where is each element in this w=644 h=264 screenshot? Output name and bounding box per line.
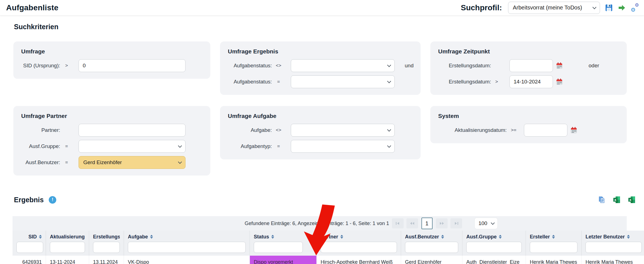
field-label: Partner: (21, 127, 60, 134)
column-label: Erstellungsdatum (93, 234, 120, 240)
apply-profile-icon[interactable] (618, 4, 626, 12)
sid-ursprung-field[interactable] (79, 59, 186, 72)
aktualisierungsdatum-field[interactable] (524, 124, 567, 137)
table-cell: Gerd Eizenhöfer (401, 256, 462, 264)
filter-status-input[interactable] (254, 242, 303, 253)
prev-page-button[interactable] (406, 218, 418, 228)
criteria-row: Aufgabenstatus:<>und (228, 59, 413, 72)
column-header-partner: Partner (317, 231, 401, 256)
table-row[interactable]: 642693113-11-202413.11.2024VK-DispoDispo… (13, 256, 644, 264)
excel-export-all-icon[interactable]: X (628, 196, 636, 204)
sort-icon[interactable] (552, 235, 555, 239)
results-table: Gefundene Einträge: 6, Angezeigte Einträ… (13, 216, 644, 264)
column-header-sid: SID (13, 231, 46, 256)
criteria-row: SID (Ursprung):> (21, 59, 203, 72)
chevron-down-icon (387, 144, 391, 148)
sort-icon[interactable] (340, 235, 343, 239)
sort-icon[interactable] (271, 235, 274, 239)
table-cell: Henrik Maria Thewes (526, 256, 582, 264)
sort-icon[interactable] (627, 235, 630, 239)
field-label: Aufgabenstatus: (228, 78, 272, 85)
chevron-down-icon (178, 160, 182, 164)
ausf-benutzer-select[interactable]: Gerd Eizenhöfer (79, 156, 186, 169)
filter-partner-input[interactable] (321, 242, 397, 253)
table-cell: Auth_Dienstleister_Eize (462, 256, 526, 264)
aufgabenstatus-select[interactable] (291, 59, 395, 72)
column-label: Aktualisierungsdatum (50, 234, 85, 240)
operator-label: = (272, 144, 285, 149)
save-profile-icon[interactable] (605, 4, 613, 12)
partner-field[interactable] (79, 124, 186, 137)
erstellungsdatum-field[interactable] (509, 75, 553, 88)
chevron-down-icon (592, 5, 596, 9)
info-icon[interactable]: ! (49, 196, 56, 204)
column-header-ausf-benutzer: Ausf.Benutzer (401, 231, 462, 256)
next-page-button[interactable] (436, 218, 448, 228)
aufgabentyp-select[interactable] (291, 140, 395, 153)
results-header: Ergebnis ! X (14, 196, 636, 204)
criteria-row: Erstellungsdatum:> (438, 75, 619, 88)
calendar-icon[interactable] (570, 127, 577, 134)
profile-settings-icon[interactable]: ⚙⚙ (631, 4, 639, 12)
table-cell: 13-11-2024 (46, 256, 89, 264)
column-label: Status (254, 234, 269, 240)
column-header-ausf-gruppe: Ausf.Gruppe (462, 231, 526, 256)
operator-label: = (60, 160, 73, 165)
column-label: Partner (321, 234, 338, 240)
table-cell: VK-Dispo (124, 256, 250, 264)
panel-title: Umfrage Zeitpunkt (438, 48, 619, 55)
ausf-gruppe-select[interactable] (79, 140, 186, 153)
field-label: Aufgabenstatus: (228, 62, 272, 69)
aufgabe-select[interactable] (291, 124, 395, 137)
table-cell: 6426931 (13, 256, 46, 264)
copy-list-icon[interactable] (597, 196, 606, 204)
calendar-icon[interactable] (556, 62, 563, 69)
current-page[interactable]: 1 (421, 218, 433, 229)
page-size-select[interactable]: 100 (474, 218, 498, 229)
column-label: SID (28, 234, 37, 240)
conjunction-label: und (405, 63, 414, 69)
criteria-row: Erstellungsdatum:oder (438, 59, 619, 72)
field-label: Aufgabe: (228, 127, 272, 134)
panel-system: SystemAktualisierungsdatum:>= (430, 106, 627, 143)
table-cell: Henrik Maria Thewes (582, 256, 644, 264)
filter-letzter-benutzer-input[interactable] (586, 242, 642, 253)
sort-icon[interactable] (150, 235, 153, 239)
criteria-row: Ausf.Benutzer:=Gerd Eizenhöfer (21, 156, 203, 169)
filter-aktualisierungsdatum-input[interactable] (50, 242, 85, 253)
pagination-bar: Gefundene Einträge: 6, Angezeigte Einträ… (13, 216, 627, 231)
table-header-row: SIDAktualisierungsdatumErstellungsdatumA… (13, 231, 644, 256)
column-header-aktualisierungsdatum: Aktualisierungsdatum (46, 231, 89, 256)
chevron-down-icon (387, 63, 391, 67)
column-label: Aufgabe (128, 234, 148, 240)
results-summary: Gefundene Einträge: 6, Angezeigte Einträ… (245, 221, 389, 226)
excel-export-icon[interactable]: X (613, 196, 621, 204)
field-label: Erstellungsdatum: (438, 78, 491, 85)
last-page-button[interactable] (450, 218, 462, 228)
criteria-row: Aufgabentyp:= (228, 140, 413, 153)
sort-icon[interactable] (499, 235, 502, 239)
operator-label: = (272, 79, 285, 85)
field-label: Ausf.Benutzer: (21, 159, 60, 166)
aufgabenstatus-select[interactable] (291, 75, 395, 88)
criteria-row: Aufgabe:<> (228, 124, 413, 137)
filter-sid-input[interactable] (16, 242, 43, 253)
filter-aufgabe-input[interactable] (128, 242, 246, 253)
page-size-value: 100 (479, 220, 487, 226)
search-profile-select[interactable]: Arbeitsvorrat (meine ToDos) (508, 2, 600, 14)
panel-title: System (438, 113, 619, 119)
erstellungsdatum-field[interactable] (509, 59, 553, 72)
calendar-icon[interactable] (556, 78, 563, 85)
sort-icon[interactable] (39, 235, 42, 239)
filter-erstellungsdatum-input[interactable] (93, 242, 120, 253)
sort-icon[interactable] (441, 235, 444, 239)
panel-title: Umfrage (21, 48, 203, 55)
filter-ausf-gruppe-input[interactable] (466, 242, 522, 253)
operator-label: >= (507, 127, 521, 133)
filter-ersteller-input[interactable] (530, 242, 577, 253)
first-page-button[interactable] (392, 218, 404, 228)
filter-ausf-benutzer-input[interactable] (405, 242, 458, 253)
search-profile-value: Arbeitsvorrat (meine ToDos) (513, 4, 582, 11)
column-label: Ausf.Benutzer (405, 234, 439, 240)
criteria-row: Ausf.Gruppe:= (21, 140, 203, 153)
